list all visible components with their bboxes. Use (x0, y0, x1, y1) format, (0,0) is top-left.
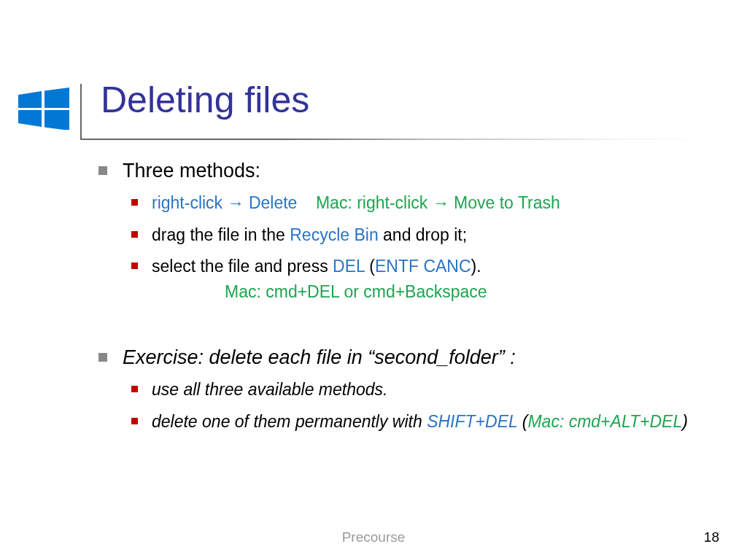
gap (297, 193, 316, 212)
txt-mac-cmd-del: Mac: cmd+DEL or cmd+Backspace (225, 280, 693, 304)
txt-right-click: right-click (152, 193, 228, 212)
txt-move-to-trash: Move to Trash (449, 193, 560, 212)
slide: Deleting files Three methods: right-clic… (0, 0, 747, 560)
svg-marker-3 (44, 110, 69, 130)
slide-body: Three methods: right-click → Delete Mac:… (95, 158, 693, 441)
svg-marker-0 (18, 91, 42, 108)
svg-marker-2 (18, 110, 42, 127)
txt-select-a: select the file and press (152, 257, 333, 276)
bullet-methods: Three methods: right-click → Delete Mac:… (95, 158, 693, 338)
txt-mac-cmd-alt-del: Mac: cmd+ALT+DEL (527, 412, 682, 431)
footer-label: Precourse (0, 529, 747, 545)
title-row: Deleting files (101, 80, 706, 120)
method-del-key: select the file and press DEL (ENTF CANC… (130, 254, 693, 305)
page-number: 18 (704, 529, 719, 545)
arrow-icon: → (433, 193, 449, 212)
windows-logo-icon (18, 88, 69, 130)
txt-entf-canc: ENTF CANC (375, 257, 471, 276)
txt-drag-c: and drop it; (379, 225, 467, 244)
bullet-exercise-label: Exercise: delete each file in “second_fo… (123, 346, 516, 368)
txt-ex2-lp: ( (517, 412, 527, 431)
txt-ex2-rp: ) (682, 412, 688, 431)
txt-rp: ). (471, 257, 481, 276)
txt-delete: Delete (244, 193, 298, 212)
txt-recycle-bin: Recycle Bin (290, 225, 378, 244)
txt-ex2-a: delete one of them permanently with (152, 412, 427, 431)
spacer (123, 312, 693, 338)
txt-del: DEL (333, 257, 365, 276)
exercise-sub-all-methods: use all three available methods. (130, 378, 693, 402)
svg-marker-1 (44, 88, 69, 108)
bullet-exercise: Exercise: delete each file in “second_fo… (95, 344, 693, 434)
arrow-icon: → (228, 193, 244, 212)
txt-drag-a: drag the file in the (152, 225, 290, 244)
bullet-methods-label: Three methods: (123, 160, 260, 182)
slide-title: Deleting files (101, 80, 706, 120)
txt-shift-del: SHIFT+DEL (427, 412, 517, 431)
method-right-click: right-click → Delete Mac: right-click → … (130, 191, 693, 215)
method-drag: drag the file in the Recycle Bin and dro… (130, 223, 693, 247)
exercise-sub-permanent: delete one of them permanently with SHIF… (130, 410, 693, 434)
title-rule-vertical (80, 84, 82, 140)
title-rule-horizontal (80, 139, 715, 140)
txt-lp: ( (365, 257, 375, 276)
txt-ex1: use all three available methods. (152, 380, 387, 399)
txt-mac-prefix: Mac: right-click (316, 193, 433, 212)
